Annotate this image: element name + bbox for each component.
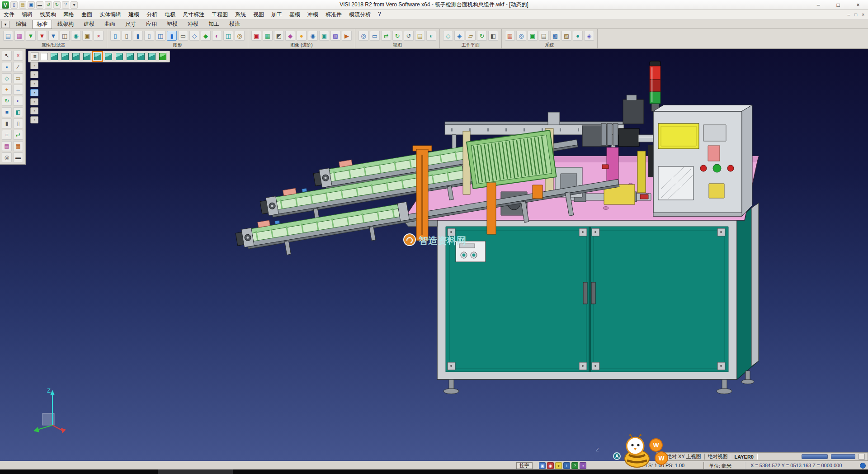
perspective-icon[interactable]: ◇ [189,31,199,41]
tab-dropdown-button[interactable]: ▾ [1,21,9,28]
view-left-icon[interactable] [93,52,102,61]
viewbar-plane-icon[interactable] [41,53,48,60]
printer-icon[interactable]: ▬ [13,152,23,162]
texture-map-icon[interactable]: ▦ [263,31,273,41]
taskbar-item[interactable] [158,469,233,474]
settings-icon[interactable]: ◈ [584,31,594,41]
material-icon[interactable]: ◆ [285,31,295,41]
workplane-3point-icon[interactable]: ◈ [454,31,464,41]
calculator-icon[interactable]: ▤ [539,31,549,41]
open-file-icon[interactable]: ▤ [19,1,26,9]
view-shaded-icon[interactable] [158,52,167,61]
render-mode-icon[interactable]: ▦ [13,141,23,151]
help-icon[interactable]: ? [62,1,69,9]
doc-close-button[interactable]: × [862,12,864,17]
save-icon[interactable]: ▣ [28,1,35,9]
menu-item[interactable]: 加工 [268,10,286,19]
status-capture-icon[interactable]: ◉ [547,462,554,469]
filter-remove-icon[interactable]: ▼ [37,31,47,41]
units-readout[interactable]: 单位: 毫米 [709,463,731,469]
sketch-icon[interactable]: ▭ [13,73,23,83]
highlight-edges-icon[interactable]: ▭ [178,31,188,41]
color-scheme-icon[interactable]: ▦ [505,31,515,41]
named-views-icon[interactable]: ▤ [415,31,425,41]
menu-item[interactable]: 实体编辑 [96,10,125,19]
workplane-toggle-icon[interactable]: ◧ [488,31,498,41]
rotate-entity-icon[interactable]: ↻ [2,96,12,106]
point-icon[interactable]: ▪ [2,62,12,72]
grid-icon[interactable]: ▩ [550,31,560,41]
attribute-manager-icon[interactable]: ▤ [3,31,13,41]
view-front-icon[interactable] [71,52,80,61]
view-iso3-icon[interactable] [137,52,146,61]
menu-item[interactable]: 线架构 [36,10,60,19]
shadow-icon[interactable]: ◩ [274,31,284,41]
tab-dimension[interactable]: 尺寸 [121,19,141,29]
plane-icon[interactable]: ◇ [2,73,12,83]
lighting-icon[interactable]: ● [297,31,307,41]
view-iso-icon[interactable] [50,52,59,61]
delete-entity-icon[interactable]: × [13,51,23,61]
filter-clear-icon[interactable]: × [94,31,104,41]
snap-settings-icon[interactable]: ◎ [2,152,12,162]
visibility-filter-icon[interactable]: ◉ [71,31,81,41]
status-mini-button[interactable] [859,454,865,460]
tab-flow[interactable]: 模流 [225,19,245,29]
menu-item[interactable]: 电极 [161,10,179,19]
doc-restore-button[interactable]: □ [854,12,857,17]
wireframe-view-icon[interactable]: ▯ [110,31,120,41]
view-filter-toggle-6[interactable]: ▫ [30,107,38,114]
workplane-entity-icon[interactable]: ▱ [466,31,476,41]
close-button[interactable]: × [848,0,868,9]
tab-machining[interactable]: 加工 [204,19,224,29]
color-palette-icon[interactable]: ▦ [14,31,24,41]
menu-item[interactable]: 编辑 [18,10,36,19]
workplane-rotate-icon[interactable]: ↻ [477,31,487,41]
menu-item[interactable]: 建模 [125,10,143,19]
menu-item[interactable]: 曲面 [78,10,96,19]
animation-icon[interactable]: ▶ [342,31,352,41]
tab-wireframe[interactable]: 线架构 [53,19,78,29]
screen-config-icon[interactable]: ▣ [528,31,538,41]
ucs-icon[interactable]: + [2,85,12,95]
view-right-icon[interactable] [82,52,91,61]
selection-mask-icon[interactable]: ◫ [60,31,70,41]
status-help-icon[interactable]: ? [571,462,578,469]
surface-patch-icon[interactable]: ◧ [13,107,23,117]
curvature-icon[interactable]: ◐ [212,31,222,41]
menu-item[interactable]: 模流分析 [345,10,374,19]
menu-item[interactable]: 塑模 [286,10,304,19]
view-bottom-icon[interactable] [115,52,124,61]
tab-die[interactable]: 冲模 [183,19,203,29]
status-save-icon[interactable]: ▣ [539,462,546,469]
hatch-icon[interactable]: ▨ [561,31,571,41]
view-filter-toggle-4[interactable]: ▪ [30,89,38,96]
menu-item[interactable]: 尺寸标注 [179,10,208,19]
solid-box-icon[interactable]: ■ [2,107,12,117]
mirror-icon[interactable]: ◐ [13,96,23,106]
cylinder-icon[interactable]: ▮ [2,118,12,128]
snap-toggle-button[interactable]: 拴宇 [516,462,533,469]
view-filter-toggle-2[interactable]: ▫ [30,71,38,78]
redraw-icon[interactable]: ◐ [426,31,436,41]
status-lamp-icon[interactable]: ● [555,462,562,469]
new-file-icon[interactable]: ▯ [10,1,18,9]
reflection-icon[interactable]: ◎ [235,31,245,41]
shaded-view-icon[interactable]: ▮ [133,31,143,41]
view-top-icon[interactable] [61,52,70,61]
print-icon[interactable]: ▬ [36,1,43,9]
sphere-icon[interactable]: ● [573,31,583,41]
viewport-canvas[interactable]: 智造资料网 Z Z [0,49,868,461]
viewbar-menu-icon[interactable]: ≡ [31,52,39,61]
filter-add-icon[interactable]: ▼ [26,31,36,41]
snapshot-icon[interactable]: ▣ [319,31,329,41]
pan-icon[interactable]: ⇄ [381,31,391,41]
menu-item[interactable]: 系统 [231,10,250,19]
menu-item[interactable]: 视图 [250,10,268,19]
machine-model[interactable] [234,61,759,394]
view-filter-toggle-7[interactable]: ▫ [30,116,38,123]
render-image-icon[interactable]: ▣ [251,31,261,41]
select-cursor-icon[interactable]: ↖ [2,51,12,61]
view-filter-toggle-1[interactable]: ▫ [30,62,38,69]
control-panel[interactable] [653,105,752,216]
